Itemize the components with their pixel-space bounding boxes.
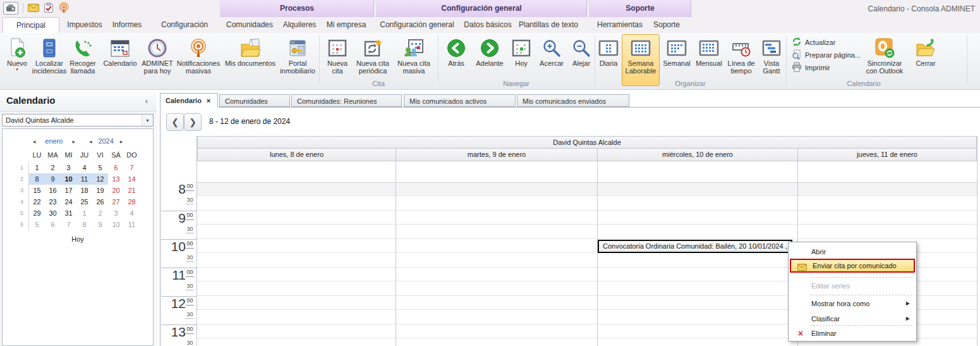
tab-comunidades[interactable]: Comunidades — [222, 17, 277, 33]
calendario-button[interactable]: Calendario — [101, 34, 139, 86]
actualizar-button[interactable]: Actualizar — [792, 37, 835, 48]
menu-item-clasificar[interactable]: Clasificar ▶ — [790, 312, 915, 326]
day-header-jueves[interactable]: jueves, 11 de enero — [797, 148, 977, 161]
mini-calendar-day[interactable]: 7 — [61, 219, 76, 230]
mini-calendar-day[interactable]: 4 — [76, 162, 92, 173]
mini-calendar-day[interactable]: 31 — [61, 207, 76, 219]
mini-calendar-day[interactable]: 12 — [92, 173, 108, 185]
mini-calendar-day[interactable]: 27 — [108, 196, 124, 207]
mini-calendar-day[interactable]: 3 — [108, 207, 124, 219]
mini-calendar-day[interactable]: 20 — [108, 185, 124, 196]
tab-mi-empresa[interactable]: Mi empresa — [322, 17, 370, 33]
tab-soporte[interactable]: Soporte — [648, 17, 685, 33]
mini-calendar-day[interactable]: 1 — [29, 162, 45, 173]
mini-calendar-day[interactable]: 21 — [124, 185, 140, 196]
day-header-martes[interactable]: martes, 9 de enero — [396, 148, 598, 161]
mini-calendar-day[interactable]: 9 — [45, 173, 61, 185]
mini-calendar-day[interactable]: 25 — [76, 196, 92, 207]
sincronizar-outlook-button[interactable]: Sincronizar con Outlook — [861, 34, 909, 86]
doc-tab-calendario[interactable]: Calendario× — [160, 93, 218, 108]
mini-calendar-day[interactable]: 2 — [45, 162, 61, 173]
mini-calendar-day[interactable]: 13 — [108, 173, 124, 185]
hoy-button[interactable]: Hoy — [508, 34, 535, 86]
next-year-icon[interactable]: ▶ — [120, 139, 123, 144]
mail-icon[interactable] — [28, 4, 39, 13]
adminet-para-hoy-button[interactable]: ADMINET para hoy — [140, 34, 174, 86]
mini-calendar-day[interactable]: 10 — [108, 219, 124, 230]
mini-calendar-day[interactable]: 7 — [124, 162, 140, 173]
mini-calendar-day[interactable]: 6 — [108, 162, 124, 173]
prev-range-button[interactable]: ❮ — [166, 113, 184, 131]
mini-calendar-day[interactable]: 29 — [29, 207, 45, 219]
doc-tab-comunicados-activos[interactable]: Mis comunicados activos — [404, 94, 516, 107]
day-header-lunes[interactable]: lunes, 8 de enero — [197, 148, 396, 161]
prev-year-icon[interactable]: ◀ — [89, 139, 92, 144]
menu-item-enviar-cita[interactable]: Enviar cita por comunicado — [790, 259, 915, 273]
mini-calendar-day[interactable]: 16 — [45, 185, 61, 196]
tasks-icon[interactable] — [44, 3, 54, 15]
nueva-cita-periodica-button[interactable]: Nueva cita periódica — [353, 34, 392, 86]
mini-calendar-day[interactable]: 30 — [45, 207, 61, 219]
mini-calendar-day[interactable]: 8 — [76, 219, 92, 230]
portal-inmobiliario-button[interactable]: Portal inmobiliario — [279, 34, 316, 86]
phone-icon[interactable] — [3, 2, 18, 15]
mini-calendar-day[interactable]: 18 — [76, 185, 92, 196]
mini-calendar-day[interactable]: 4 — [124, 207, 140, 219]
tab-principal[interactable]: Principal — [3, 17, 59, 34]
tab-informes[interactable]: Informes — [107, 17, 147, 33]
menu-item-abrir[interactable]: Abrir — [790, 245, 915, 259]
mini-calendar-day[interactable]: 2 — [92, 207, 108, 219]
owner-dropdown[interactable]: David Quintas Alcalde ▼ — [2, 114, 154, 127]
semanal-button[interactable]: Semanal — [661, 34, 693, 86]
mis-documentos-button[interactable]: Mis documentos — [222, 34, 278, 86]
tab-herramientas[interactable]: Herramientas — [594, 17, 646, 33]
preparar-pagina-button[interactable]: Preparar página... — [792, 49, 861, 61]
day-header-miercoles[interactable]: miércoles, 10 de enero — [597, 148, 798, 161]
mini-calendar-day[interactable]: 11 — [76, 173, 92, 185]
mini-calendar-day[interactable]: 5 — [29, 219, 45, 230]
mini-calendar-day[interactable]: 5 — [92, 162, 108, 173]
mini-calendar-day[interactable]: 26 — [92, 196, 108, 207]
doc-tab-comunidades-reuniones[interactable]: Comunidades: Reuniones — [291, 94, 402, 107]
mini-calendar-day[interactable]: 19 — [92, 185, 108, 196]
today-button[interactable]: Hoy — [3, 235, 153, 243]
semana-laborable-button[interactable]: Semana Laborable — [622, 34, 660, 86]
mini-calendar-day[interactable]: 17 — [61, 185, 76, 196]
tab-plantillas-texto[interactable]: Plantillas de texto — [516, 17, 581, 33]
mini-calendar-day[interactable]: 24 — [61, 196, 76, 207]
next-range-button[interactable]: ❯ — [184, 113, 202, 131]
recoger-llamada-button[interactable]: Recoger llamada — [66, 34, 100, 86]
mini-calendar-day[interactable]: 8 — [29, 173, 45, 185]
collapse-chevron-icon[interactable]: ‹ — [145, 96, 148, 106]
menu-item-eliminar[interactable]: × Eliminar — [790, 326, 915, 340]
prev-month-icon[interactable]: ◀ — [33, 139, 36, 144]
vista-gantt-button[interactable]: Vista Gantt — [758, 34, 785, 86]
mini-calendar-day[interactable]: 23 — [45, 196, 61, 207]
mini-calendar-day[interactable]: 15 — [29, 185, 45, 196]
mini-calendar-day[interactable]: 6 — [45, 219, 61, 230]
broadcast-icon[interactable] — [58, 2, 70, 15]
mini-calendar-day[interactable]: 3 — [61, 162, 76, 173]
tab-impuestos[interactable]: Impuestos — [62, 17, 107, 33]
month-label[interactable]: enero — [39, 137, 68, 145]
alejar-button[interactable]: Alejar — [569, 34, 594, 86]
menu-item-mostrar-hora[interactable]: Mostrar hora como ▶ — [790, 297, 915, 311]
tab-alquileres[interactable]: Alquileres — [278, 17, 321, 33]
mini-calendar-day[interactable]: 10 — [61, 173, 76, 185]
nueva-cita-masiva-button[interactable]: Nueva cita masiva — [394, 34, 434, 86]
localizar-incidencias-button[interactable]: Localizar incidencias — [34, 34, 64, 86]
year-label[interactable]: 2024 — [96, 137, 116, 145]
nueva-cita-button[interactable]: Nueva cita — [323, 34, 352, 86]
mensual-button[interactable]: Mensual — [694, 34, 724, 86]
mini-calendar-day[interactable]: 11 — [124, 219, 140, 230]
diaria-button[interactable]: Diaria — [596, 34, 620, 86]
doc-tab-comunicados-enviados[interactable]: Mis comunicados enviados — [517, 94, 629, 107]
mini-calendar-day[interactable]: 28 — [124, 196, 140, 207]
appointment[interactable]: Convocatoria Ordinaria Comunidad: Bailén… — [598, 240, 792, 253]
atras-button[interactable]: Atrás — [441, 34, 471, 86]
tab-configuracion-personal[interactable]: Configuración personal — [148, 17, 221, 33]
next-month-icon[interactable]: ▶ — [72, 139, 75, 144]
close-icon[interactable]: × — [207, 97, 210, 104]
mini-calendar-day[interactable]: 1 — [76, 207, 92, 219]
dropdown-arrow-icon[interactable]: ▼ — [142, 114, 153, 126]
